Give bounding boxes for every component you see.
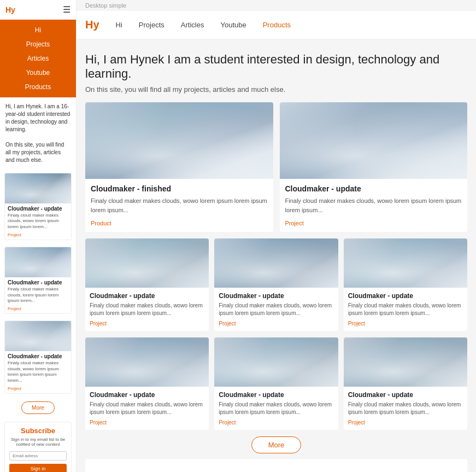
sidebar-card-2[interactable]: Cloudmaker - update Finaly cloud maker m…: [4, 247, 72, 314]
topnav-logo: Hy: [85, 19, 99, 31]
small-card-1-desc: Finaly cloud maker makes clouds, wowo lo…: [90, 302, 204, 317]
sidebar-card-3[interactable]: Cloudmaker - update Finaly cloud maker m…: [4, 321, 72, 394]
big-card-1-tag: Product: [91, 220, 268, 226]
hamburger-icon[interactable]: ☰: [63, 4, 70, 15]
small-card-4-body: Cloudmaker - update Finaly cloud maker m…: [85, 387, 209, 430]
topnav-hi[interactable]: Hi: [116, 21, 122, 29]
sidebar-subscribe: Subscribe Sign in to my email list to be…: [4, 422, 72, 472]
small-card-2-desc: Finaly cloud maker makes clouds, wowo lo…: [219, 302, 333, 317]
small-card-3[interactable]: Cloudmaker - update Finaly cloud maker m…: [344, 238, 467, 331]
small-card-1[interactable]: Cloudmaker - update Finaly cloud maker m…: [85, 238, 209, 331]
sidebar-intro-text: Hi, I am Hynek. I am a 16-year-old stude…: [5, 103, 70, 132]
sidebar-subscribe-text: Sign in to my email list to be notified …: [9, 437, 67, 447]
sidebar-item-projects[interactable]: Projects: [0, 37, 76, 51]
big-card-2[interactable]: Cloudmaker - update Finaly cloud maker m…: [280, 102, 468, 232]
device-label: Desktop simple: [77, 0, 476, 11]
small-card-5-desc: Finaly cloud maker makes clouds, wowo lo…: [219, 401, 333, 416]
big-card-2-tag: Project: [285, 220, 462, 226]
big-cards-row: Cloudmaker - finished Finaly cloud maker…: [85, 102, 467, 232]
sidebar-card-3-tag: Project: [5, 385, 71, 393]
small-card-4-image: [85, 337, 209, 387]
big-card-2-body: Cloudmaker - update Finaly cloud maker m…: [280, 179, 468, 232]
topnav-products[interactable]: Products: [263, 21, 291, 29]
more-button-wrap: More: [85, 436, 467, 453]
small-card-6-tag: Project: [348, 419, 463, 426]
hero-title: Hi, I am Hynek I am a student interested…: [85, 53, 467, 81]
small-card-2-title: Cloudmaker - update: [219, 292, 333, 300]
small-card-2-tag: Project: [219, 321, 333, 327]
content-area: Cloudmaker - finished Finaly cloud maker…: [77, 102, 476, 472]
small-card-6[interactable]: Cloudmaker - update Finaly cloud maker m…: [344, 337, 467, 430]
sidebar-logo: Hy: [5, 5, 15, 14]
topnav-projects[interactable]: Projects: [139, 21, 164, 29]
topnav-youtube[interactable]: Youtube: [220, 21, 246, 29]
sidebar-card-2-image: [5, 247, 71, 277]
small-cards-row-1: Cloudmaker - update Finaly cloud maker m…: [85, 238, 467, 331]
topnav-articles[interactable]: Articles: [181, 21, 204, 29]
big-card-1-desc: Finaly cloud maker makes clouds, wowo lo…: [91, 196, 268, 214]
small-card-6-body: Cloudmaker - update Finaly cloud maker m…: [344, 387, 467, 430]
sidebar-intro: Hi, I am Hynek. I am a 16-year-old stude…: [0, 97, 76, 170]
sidebar-card-1[interactable]: Cloudmaker - update Finaly cloud maker m…: [4, 173, 72, 240]
top-navigation: Hy Hi Projects Articles Youtube Products: [77, 11, 476, 39]
small-card-5[interactable]: Cloudmaker - update Finaly cloud maker m…: [214, 337, 338, 430]
small-card-4[interactable]: Cloudmaker - update Finaly cloud maker m…: [85, 337, 209, 430]
main-more-button[interactable]: More: [251, 436, 302, 453]
small-card-3-image: [344, 238, 467, 288]
sidebar: Hy ☰ Hi Projects Articles Youtube Produc…: [0, 0, 77, 472]
big-card-1-title: Cloudmaker - finished: [91, 184, 268, 193]
topnav-links: Hi Projects Articles Youtube Products: [116, 21, 291, 29]
sidebar-more-button[interactable]: More: [21, 401, 55, 414]
subscribe-title: Subscribe: [94, 470, 459, 472]
small-card-1-title: Cloudmaker - update: [90, 292, 204, 300]
sidebar-item-hi[interactable]: Hi: [0, 23, 76, 37]
small-card-6-image: [344, 337, 467, 387]
subscribe-section: Subscribe Sign in to my email list to be…: [85, 459, 467, 472]
small-card-4-desc: Finaly cloud maker makes clouds, wowo lo…: [90, 401, 204, 416]
sidebar-card-3-title: Cloudmaker - update: [5, 351, 71, 360]
sidebar-intro-sub: On this site, you will find all my proje…: [5, 142, 64, 163]
small-card-2[interactable]: Cloudmaker - update Finaly cloud maker m…: [214, 238, 338, 331]
big-card-1-body: Cloudmaker - finished Finaly cloud maker…: [85, 179, 273, 232]
small-card-1-tag: Project: [90, 321, 204, 327]
sidebar-item-articles[interactable]: Articles: [0, 51, 76, 66]
small-card-4-title: Cloudmaker - update: [90, 391, 204, 399]
sidebar-card-3-desc: Finaly cloud maker makes clouds, wowo lo…: [5, 360, 71, 385]
small-card-6-title: Cloudmaker - update: [348, 391, 463, 399]
small-card-5-tag: Project: [219, 419, 333, 426]
hero-subtitle: On this site, you will find all my proje…: [85, 85, 467, 94]
small-card-3-title: Cloudmaker - update: [348, 292, 463, 300]
hero-section: Hi, I am Hynek I am a student interested…: [77, 39, 476, 102]
small-card-5-image: [214, 337, 338, 387]
sidebar-card-3-image: [5, 321, 71, 351]
small-card-1-body: Cloudmaker - update Finaly cloud maker m…: [85, 288, 209, 331]
sidebar-card-1-desc: Finaly cloud maker makes clouds, wowo lo…: [5, 213, 71, 231]
small-card-2-image: [214, 238, 338, 288]
small-card-3-desc: Finaly cloud maker makes clouds, wowo lo…: [348, 302, 463, 317]
main-content: Desktop simple Hy Hi Projects Articles Y…: [77, 0, 476, 472]
sidebar-card-2-desc: Finaly cloud maker makes clouds, lorem i…: [5, 287, 71, 305]
small-card-5-body: Cloudmaker - update Finaly cloud maker m…: [214, 387, 338, 430]
sidebar-card-2-tag: Project: [5, 305, 71, 313]
big-card-1-image: [85, 102, 273, 179]
small-card-3-tag: Project: [348, 321, 463, 327]
sidebar-item-products[interactable]: Products: [0, 80, 76, 94]
small-card-3-body: Cloudmaker - update Finaly cloud maker m…: [344, 288, 467, 331]
small-card-5-title: Cloudmaker - update: [219, 391, 333, 399]
sidebar-card-2-title: Cloudmaker - update: [5, 277, 71, 287]
small-cards-row-2: Cloudmaker - update Finaly cloud maker m…: [85, 337, 467, 430]
sidebar-header: Hy ☰: [0, 0, 76, 20]
sidebar-subscribe-button[interactable]: Sign in: [9, 464, 67, 472]
big-card-2-image: [280, 102, 468, 179]
big-card-1[interactable]: Cloudmaker - finished Finaly cloud maker…: [85, 102, 273, 232]
sidebar-card-1-title: Cloudmaker - update: [5, 203, 71, 213]
small-card-6-desc: Finaly cloud maker makes clouds, wowo lo…: [348, 401, 463, 416]
sidebar-subscribe-email[interactable]: [9, 451, 67, 461]
big-card-2-title: Cloudmaker - update: [285, 184, 462, 193]
sidebar-item-youtube[interactable]: Youtube: [0, 66, 76, 80]
sidebar-subscribe-title: Subscribe: [9, 427, 67, 435]
sidebar-card-1-tag: Project: [5, 231, 71, 240]
small-card-2-body: Cloudmaker - update Finaly cloud maker m…: [214, 288, 338, 331]
sidebar-card-1-image: [5, 173, 71, 203]
small-card-4-tag: Project: [90, 419, 204, 426]
